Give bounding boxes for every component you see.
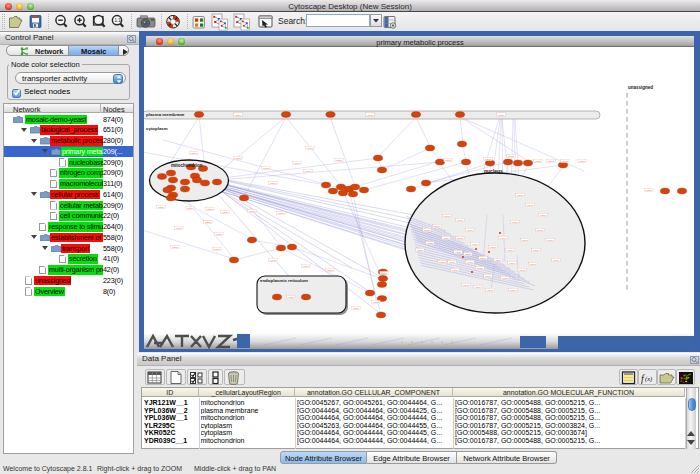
svg-text:Yxx(x): Yxx(x) [278, 212, 285, 214]
svg-text:Yxx(x): Yxx(x) [579, 160, 586, 162]
svg-text:Yxx(x): Yxx(x) [307, 147, 314, 149]
svg-text:Yxx(x): Yxx(x) [475, 286, 482, 288]
svg-text:Yxx(x): Yxx(x) [222, 211, 229, 213]
svg-text:Yxx(x): Yxx(x) [562, 160, 569, 162]
svg-text:Yxx(x): Yxx(x) [537, 229, 544, 231]
svg-text:1:1: 1:1 [115, 18, 122, 23]
svg-text:Yxx(x): Yxx(x) [530, 263, 537, 265]
svg-text:Yxx(x): Yxx(x) [502, 277, 509, 279]
svg-text:Yxx(x): Yxx(x) [535, 160, 542, 162]
svg-text:Yxx(x): Yxx(x) [443, 237, 450, 239]
svg-text:Yxx(x): Yxx(x) [495, 259, 502, 261]
svg-text:Yxx(x): Yxx(x) [417, 249, 424, 251]
svg-text:Yxx(x): Yxx(x) [646, 189, 653, 191]
svg-text:Yxx(x): Yxx(x) [455, 251, 462, 253]
svg-text:Yxx(x): Yxx(x) [480, 257, 487, 259]
svg-text:Yxx(x): Yxx(x) [249, 210, 256, 212]
svg-text:Yxx(x): Yxx(x) [510, 289, 517, 291]
svg-text:Yxx(x): Yxx(x) [336, 159, 343, 161]
svg-text:plasma membrane: plasma membrane [146, 112, 185, 117]
svg-text:Yxx(x): Yxx(x) [522, 239, 529, 241]
svg-text:unassigned: unassigned [628, 85, 653, 90]
svg-text:Yxx(x): Yxx(x) [327, 269, 334, 271]
svg-text:Yxx(x): Yxx(x) [303, 265, 310, 267]
svg-text:Yxx(x): Yxx(x) [172, 246, 179, 248]
svg-text:Yxx(x): Yxx(x) [527, 204, 534, 206]
svg-text:Yxx(x): Yxx(x) [235, 157, 242, 159]
svg-text:Yxx(x): Yxx(x) [463, 284, 470, 286]
svg-text:Yxx(x): Yxx(x) [191, 152, 198, 154]
svg-text:Yxx(x): Yxx(x) [533, 249, 540, 251]
svg-text:Yxx(x): Yxx(x) [263, 167, 270, 169]
svg-text:Yxx(x): Yxx(x) [467, 261, 474, 263]
svg-text:Yxx(x): Yxx(x) [467, 229, 474, 231]
svg-text:Yxx(x): Yxx(x) [214, 248, 221, 250]
svg-text:Yxx(x): Yxx(x) [500, 237, 507, 239]
svg-text:Yxx(x): Yxx(x) [205, 221, 212, 223]
svg-text:Yxx(x): Yxx(x) [235, 114, 242, 116]
svg-text:Yxx(x): Yxx(x) [548, 160, 555, 162]
svg-text:Yxx(x): Yxx(x) [424, 229, 431, 231]
svg-text:Yxx(x): Yxx(x) [187, 207, 194, 209]
svg-text:Yxx(x): Yxx(x) [445, 159, 452, 161]
svg-text:Yxx(x): Yxx(x) [519, 269, 526, 271]
svg-text:Yxx(x): Yxx(x) [207, 208, 214, 210]
svg-text:Yxx(x): Yxx(x) [465, 253, 472, 255]
svg-text:Yxx(x): Yxx(x) [457, 237, 464, 239]
svg-text:Yxx(x): Yxx(x) [487, 289, 494, 291]
svg-text:Yxx(x): Yxx(x) [427, 242, 434, 244]
svg-text:Yxx(x): Yxx(x) [498, 114, 505, 116]
svg-text:Yxx(x): Yxx(x) [381, 272, 388, 274]
svg-text:mitochondrion: mitochondrion [171, 163, 203, 168]
svg-text:(x): (x) [645, 375, 652, 383]
svg-text:Yxx(x): Yxx(x) [270, 259, 277, 261]
svg-text:Yxx(x): Yxx(x) [444, 215, 451, 217]
svg-text:Yxx(x): Yxx(x) [517, 194, 524, 196]
svg-text:Yxx(x): Yxx(x) [294, 162, 301, 164]
svg-text:Yxx(x): Yxx(x) [508, 155, 515, 157]
svg-text:Yxx(x): Yxx(x) [457, 219, 464, 221]
svg-text:endoplasmic reticulum: endoplasmic reticulum [260, 278, 308, 283]
svg-text:Yxx(x): Yxx(x) [452, 269, 459, 271]
svg-text:Yxx(x): Yxx(x) [373, 301, 380, 303]
svg-text:cytoplasm: cytoplasm [146, 126, 168, 131]
svg-text:Yxx(x): Yxx(x) [485, 158, 492, 160]
svg-text:Yxx(x): Yxx(x) [507, 249, 514, 251]
svg-text:Yxx(x): Yxx(x) [477, 267, 484, 269]
svg-text:Yxx(x): Yxx(x) [270, 182, 277, 184]
svg-text:Yxx(x): Yxx(x) [288, 296, 295, 298]
svg-text:Yxx(x): Yxx(x) [449, 261, 456, 263]
svg-text:nucleus: nucleus [484, 168, 503, 174]
svg-text:Yxx(x): Yxx(x) [540, 214, 547, 216]
svg-text:Yxx(x): Yxx(x) [485, 275, 492, 277]
svg-text:Yxx(x): Yxx(x) [490, 246, 497, 248]
svg-text:Yxx(x): Yxx(x) [434, 225, 441, 227]
svg-text:Yxx(x): Yxx(x) [472, 243, 479, 245]
svg-text:Yxx(x): Yxx(x) [176, 227, 183, 229]
svg-text:Yxx(x): Yxx(x) [216, 233, 223, 235]
svg-text:Yxx(x): Yxx(x) [547, 239, 554, 241]
svg-text:Yxx(x): Yxx(x) [305, 170, 312, 172]
svg-text:Yxx(x): Yxx(x) [512, 221, 519, 223]
svg-text:Yxx(x): Yxx(x) [509, 262, 516, 264]
svg-text:Yxx(x): Yxx(x) [353, 307, 360, 309]
svg-text:Yxx(x): Yxx(x) [367, 114, 374, 116]
svg-text:Yxx(x): Yxx(x) [158, 206, 165, 208]
svg-text:Yxx(x): Yxx(x) [553, 259, 560, 261]
svg-text:Yxx(x): Yxx(x) [439, 261, 446, 263]
